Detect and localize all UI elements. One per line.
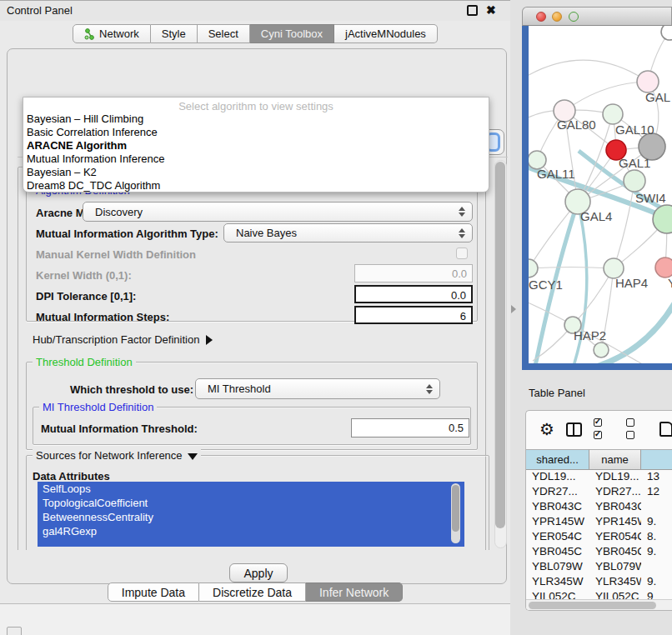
chevron-updown-icon [421,384,438,394]
attribute-item[interactable]: gal4RGexp [38,524,464,538]
chevron-updown-icon [454,207,470,217]
algorithm-option[interactable]: Bayesian – Hill Climbing [23,112,489,126]
control-panel-titlebar: Control Panel ✖ [0,1,510,21]
algorithm-option[interactable]: Basic Correlation Inference [23,126,489,139]
apply-button[interactable]: Apply [229,563,288,582]
column-header[interactable]: shared... [526,449,589,470]
algorithm-option[interactable]: Dream8 DC_TDC Algorithm [23,179,489,192]
table-row[interactable]: YBL079WYBL079W [526,560,672,575]
tab-style[interactable]: Style [151,24,198,43]
column-header[interactable]: name [589,449,641,470]
close-icon[interactable]: ✖ [486,3,496,17]
combo-value: MI Threshold [196,382,421,395]
tab-impute-data[interactable]: Impute Data [108,582,199,602]
combo-value: Discovery [83,206,454,218]
tab-network[interactable]: Network [73,24,151,43]
network-view-window: GALGAL80GAL10GAL1GAL11SWI4GAL4GCY1HAP4YH… [522,7,672,370]
kernel-width-field[interactable]: 0.0 [354,264,473,282]
mi-steps-label: Mutual Information Steps: [36,311,169,323]
table-cell: YDR27... [526,485,589,500]
column-header[interactable] [641,449,672,470]
attribute-item[interactable]: TopologicalCoefficient [38,496,464,510]
tab-cyni-toolbox[interactable]: Cyni Toolbox [250,24,334,43]
network-node[interactable] [624,170,645,192]
network-node[interactable] [594,342,609,358]
node-label-gal80: GAL80 [557,118,596,132]
table-cell: 9. [641,545,672,560]
algorithm-option[interactable]: ARACNE Algorithm [23,139,489,152]
corner-widget[interactable] [7,627,22,635]
tab-label: Style [162,28,186,40]
attribute-item[interactable]: SelfLoops [38,482,464,496]
kernel-width-label: Kernel Width (0,1): [36,269,132,282]
mi-threshold-field[interactable]: 0.5 [351,418,469,438]
dpi-tolerance-field[interactable]: 0.0 [354,285,473,303]
manual-kernel-checkbox[interactable] [456,248,468,259]
node-label-gal1: GAL1 [619,156,650,170]
table-cell: YBR045C [589,545,641,560]
gear-icon[interactable]: ⚙ [539,421,554,438]
export-table-icon[interactable] [659,422,672,437]
tab-label: jActiveMNodules [345,28,426,40]
network-node[interactable] [529,259,538,278]
network-node[interactable] [655,258,672,278]
table-cell: 9. [641,575,672,590]
table-cell: YER054C [589,530,641,545]
table-row[interactable]: YLR345WYLR345W9. [526,575,672,590]
table-row[interactable]: YBR043CYBR043C [526,500,672,515]
table-cell: 12 [641,485,672,500]
table-cell: 8. [641,530,672,545]
float-window-icon[interactable] [467,5,478,16]
table-row[interactable]: YPR145WYPR145W9. [526,515,672,530]
tab-select[interactable]: Select [198,24,250,43]
collapse-down-icon [188,453,198,460]
tab-infer-network[interactable]: Infer Network [306,582,403,602]
algorithm-option[interactable]: Bayesian – K2 [23,166,489,179]
node-label-gcy1: GCY1 [529,278,563,292]
tab-jactivemnodules[interactable]: jActiveMNodules [334,24,438,43]
hub-definition-toggle[interactable]: Hub/Transcription Factor Definition [33,333,213,346]
dropdown-placeholder: Select algorithm to view settings [23,98,489,112]
network-window-titlebar[interactable] [522,7,672,26]
table-row[interactable]: YBR045CYBR045C9. [526,545,672,560]
mi-steps-field[interactable]: 6 [354,306,473,324]
collapse-right-icon [206,335,213,345]
tab-discretize-data[interactable]: Discretize Data [199,582,306,602]
algorithm-option[interactable]: Mutual Information Inference [23,152,489,166]
table-cell: YPR145W [526,515,589,530]
which-threshold-combo[interactable]: MI Threshold [195,378,440,399]
select-all-checks-icon[interactable] [594,417,615,442]
data-attributes-list: SelfLoopsTopologicalCoefficientBetweenne… [38,482,464,547]
attributes-scrollbar[interactable] [451,483,460,543]
network-node[interactable] [653,205,672,233]
attribute-item[interactable]: BetweennessCentrality [38,510,464,524]
network-canvas[interactable]: GALGAL80GAL10GAL1GAL11SWI4GAL4GCY1HAP4YH… [529,26,672,363]
close-traffic-light[interactable] [536,12,546,22]
table-hscrollbar[interactable] [526,599,672,611]
which-threshold-label: Which threshold to use: [70,383,193,396]
tab-label: Select [208,28,238,40]
table-header: shared...name [526,449,672,470]
table-cell: 9. [641,515,672,530]
table-cell: YDR27... [589,485,641,500]
cyni-toolbox-panel: gal-filtered sif default node Select alg… [7,48,507,584]
table-row[interactable]: YDR27...YDR27...12 [526,485,672,500]
deselect-all-checks-icon[interactable] [626,417,648,442]
split-columns-icon[interactable] [566,422,582,437]
zoom-traffic-light[interactable] [569,12,579,22]
aracne-mode-combo[interactable]: Discovery [83,202,473,222]
table-hscrollbar-thumb[interactable] [529,602,656,609]
minimize-traffic-light[interactable] [552,12,562,22]
table-cell: YPR145W [589,515,641,530]
network-node[interactable] [661,26,672,40]
mi-type-combo[interactable]: Naive Bayes [223,223,473,242]
sources-toggle[interactable]: Sources for Network Inference [33,449,201,462]
table-row[interactable]: YDL19...YDL19...13 [526,470,672,485]
group-title: Threshold Definition [33,356,136,368]
table-cell: YBR043C [526,500,589,515]
network-node[interactable] [603,104,623,124]
table-row[interactable]: YER054CYER054C8. [526,530,672,545]
splitter-collapse-icon[interactable] [511,305,516,313]
dpi-tolerance-label: DPI Tolerance [0,1]: [36,290,136,302]
settings-vscrollbar-thumb[interactable] [495,162,505,528]
